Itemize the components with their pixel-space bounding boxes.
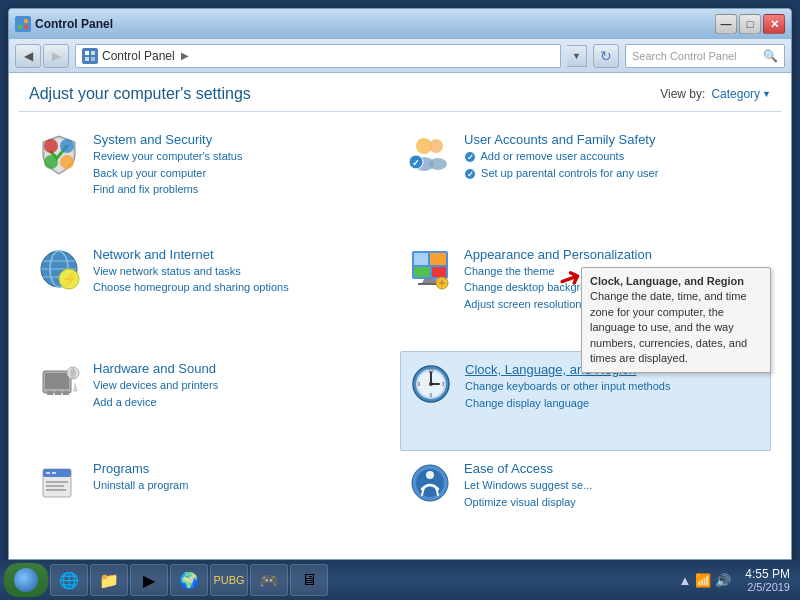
taskbar-pubg[interactable]: PUBG [210, 564, 248, 596]
tray-network-icon[interactable]: 📶 [695, 573, 711, 588]
svg-point-15 [429, 158, 447, 170]
ease-access-title[interactable]: Ease of Access [464, 461, 553, 476]
search-box[interactable]: Search Control Panel 🔍 [625, 44, 785, 68]
svg-text:✓: ✓ [467, 170, 474, 179]
clock-language-link-1[interactable]: Change keyboards or other input methods [465, 378, 764, 395]
start-orb [14, 568, 38, 592]
user-accounts-link-2[interactable]: ✓ Set up parental controls for any user [464, 165, 765, 182]
taskbar-ie[interactable]: 🌐 [50, 564, 88, 596]
address-path: Control Panel [102, 49, 175, 63]
svg-point-10 [44, 155, 58, 169]
programs-title[interactable]: Programs [93, 461, 149, 476]
start-button[interactable] [4, 563, 48, 597]
user-accounts-info: User Accounts and Family Safety ✓ Add or… [464, 130, 765, 181]
view-by-label: View by: [660, 87, 705, 101]
svg-rect-4 [85, 51, 89, 55]
svg-text:9: 9 [418, 381, 421, 387]
refresh-button[interactable]: ↻ [593, 44, 619, 68]
programs-icon [35, 459, 83, 507]
clock-date: 2/5/2019 [745, 581, 790, 593]
system-security-link-2[interactable]: Back up your computer [93, 165, 394, 182]
svg-point-14 [429, 139, 443, 153]
svg-point-62 [426, 471, 434, 479]
clock-language-link-2[interactable]: Change display language [465, 395, 764, 412]
tooltip-title: Clock, Language, and Region [590, 275, 744, 287]
clock-area[interactable]: 4:55 PM 2/5/2019 [739, 567, 796, 593]
taskbar-game[interactable]: 🎮 [250, 564, 288, 596]
tray-show-hidden[interactable]: ▲ [678, 573, 691, 588]
view-by-dropdown[interactable]: Category ▼ [711, 87, 771, 101]
svg-rect-7 [91, 57, 95, 61]
address-icon [82, 48, 98, 64]
tooltip-text: Change the date, time, and time zone for… [590, 290, 747, 364]
svg-rect-32 [414, 267, 430, 277]
network-internet-link-2[interactable]: Choose homegroup and sharing options [93, 279, 394, 296]
svg-rect-0 [18, 19, 22, 23]
address-field[interactable]: Control Panel ▶ [75, 44, 561, 68]
minimize-button[interactable]: — [715, 14, 737, 34]
user-accounts-title[interactable]: User Accounts and Family Safety [464, 132, 655, 147]
svg-text:3: 3 [442, 381, 445, 387]
user-accounts-link-1[interactable]: ✓ Add or remove user accounts [464, 148, 765, 165]
network-internet-title[interactable]: Network and Internet [93, 247, 214, 262]
svg-rect-39 [55, 391, 61, 395]
svg-rect-56 [52, 472, 56, 474]
maximize-button[interactable]: □ [739, 14, 761, 34]
svg-rect-57 [46, 481, 68, 483]
taskbar-explorer[interactable]: 📁 [90, 564, 128, 596]
system-security-title[interactable]: System and Security [93, 132, 212, 147]
svg-rect-33 [432, 267, 446, 277]
appearance-title[interactable]: Appearance and Personalization [464, 247, 652, 262]
ease-access-info: Ease of Access Let Windows suggest se...… [464, 459, 765, 510]
svg-rect-1 [24, 19, 28, 23]
taskbar-media[interactable]: ▶ [130, 564, 168, 596]
svg-point-9 [60, 139, 74, 153]
ease-access-icon [406, 459, 454, 507]
svg-rect-5 [91, 51, 95, 55]
system-security-link-1[interactable]: Review your computer's status [93, 148, 394, 165]
svg-rect-59 [46, 489, 66, 491]
svg-rect-30 [414, 253, 428, 265]
svg-text:✓: ✓ [412, 158, 420, 168]
close-button[interactable]: ✕ [763, 14, 785, 34]
tooltip-box: Clock, Language, and Region Change the d… [581, 267, 771, 373]
system-security-link-3[interactable]: Find and fix problems [93, 181, 394, 198]
category-system-security: System and Security Review your computer… [29, 122, 400, 237]
svg-text:✓: ✓ [467, 153, 474, 162]
window-icon [15, 16, 31, 32]
search-placeholder-text: Search Control Panel [632, 50, 759, 62]
category-ease-access: Ease of Access Let Windows suggest se...… [400, 451, 771, 549]
hardware-sound-title[interactable]: Hardware and Sound [93, 361, 216, 376]
svg-rect-58 [46, 485, 64, 487]
programs-link-1[interactable]: Uninstall a program [93, 477, 394, 494]
taskbar-chrome[interactable]: 🌍 [170, 564, 208, 596]
svg-point-11 [60, 155, 74, 169]
svg-rect-55 [46, 472, 50, 474]
clock-time: 4:55 PM [745, 567, 790, 581]
taskbar-monitor[interactable]: 🖥 [290, 564, 328, 596]
system-security-icon [35, 130, 83, 178]
forward-button[interactable]: ▶ [43, 44, 69, 68]
hardware-sound-icon [35, 359, 83, 407]
svg-rect-40 [63, 391, 69, 395]
content-header: Adjust your computer's settings View by:… [9, 73, 791, 111]
ease-access-link-2[interactable]: Optimize visual display [464, 494, 765, 511]
tray-volume-icon[interactable]: 🔊 [715, 573, 731, 588]
svg-rect-37 [45, 373, 69, 389]
svg-rect-2 [18, 25, 22, 29]
network-internet-link-1[interactable]: View network status and tasks [93, 263, 394, 280]
system-security-info: System and Security Review your computer… [93, 130, 394, 198]
ease-access-link-1[interactable]: Let Windows suggest se... [464, 477, 765, 494]
network-internet-info: Network and Internet View network status… [93, 245, 394, 296]
category-network-internet: ⚡ Network and Internet View network stat… [29, 237, 400, 352]
title-bar-left: Control Panel [15, 16, 113, 32]
address-dropdown[interactable]: ▼ [567, 45, 587, 67]
control-panel-window: Control Panel — □ ✕ ◀ ▶ Control Panel ▶ [8, 8, 792, 560]
clock-language-icon: 12 6 9 3 [407, 360, 455, 408]
category-user-accounts: ✓ User Accounts and Family Safety ✓ Add … [400, 122, 771, 237]
back-button[interactable]: ◀ [15, 44, 41, 68]
hardware-sound-link-2[interactable]: Add a device [93, 394, 394, 411]
address-arrow: ▶ [181, 50, 189, 61]
svg-text:6: 6 [430, 392, 433, 398]
hardware-sound-link-1[interactable]: View devices and printers [93, 377, 394, 394]
